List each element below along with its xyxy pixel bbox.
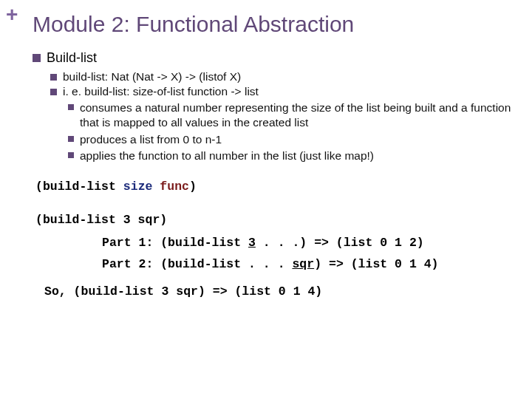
bullet-l2-text: build-list: Nat (Nat -> X) -> (listof X) [63,70,241,83]
code-token: (build-list . . . [160,257,292,271]
code-token [152,180,160,194]
square-bullet-icon [33,54,41,62]
bullet-l1-text: Build-list [47,50,97,66]
code-token: ) [189,180,197,194]
bullet-l3-text: produces a list from 0 to n-1 [80,132,222,147]
bullet-l3-text: applies the function to all number in th… [80,149,374,163]
list-item: Build-list build-list: Nat (Nat -> X) ->… [33,50,511,163]
code-token: ) => (list 0 1 4) [314,257,438,271]
list-item: consumes a natural number representing t… [68,100,511,130]
code-arg-underlined: 3 [248,236,256,250]
square-bullet-icon [50,89,57,95]
slide: + Module 2: Functional Abstraction Build… [0,0,532,399]
bullet-list: Build-list build-list: Nat (Nat -> X) ->… [33,50,511,163]
code-token: (build-list [160,236,248,250]
code-label: Part 2: [102,257,160,271]
bullet-l3-text: consumes a natural number representing t… [80,100,511,130]
square-bullet-icon [68,152,74,158]
square-bullet-icon [68,104,74,110]
code-example-call: (build-list 3 sqr) [35,213,508,227]
plus-icon: + [6,4,18,25]
list-item: applies the function to all number in th… [68,149,511,163]
code-arg-size: size [123,180,153,194]
code-arg-underlined: sqr [292,257,314,271]
code-example-result: So, (build-list 3 sqr) => (list 0 1 4) [44,284,508,299]
square-bullet-icon [68,136,74,142]
bullet-l2-text: i. e. build-list: size-of-list function … [63,85,259,98]
code-example-part2: Part 2: (build-list . . . sqr) => (list … [102,257,508,271]
code-example-part1: Part 1: (build-list 3 . . .) => (list 0 … [102,236,508,250]
code-arg-func: func [160,180,189,194]
code-label: Part 1: [102,236,160,250]
page-title: Module 2: Functional Abstraction [33,12,511,37]
square-bullet-icon [50,74,57,81]
code-token: . . .) => (list 0 1 2) [256,236,424,250]
code-example: (build-list 3 sqr) Part 1: (build-list 3… [35,213,508,299]
code-prototype: (build-list size func) [35,180,508,194]
list-item: i. e. build-list: size-of-list function … [50,85,511,163]
code-token: (build-list [35,180,123,194]
list-item: produces a list from 0 to n-1 [68,132,511,147]
list-item: build-list: Nat (Nat -> X) -> (listof X) [50,70,511,83]
